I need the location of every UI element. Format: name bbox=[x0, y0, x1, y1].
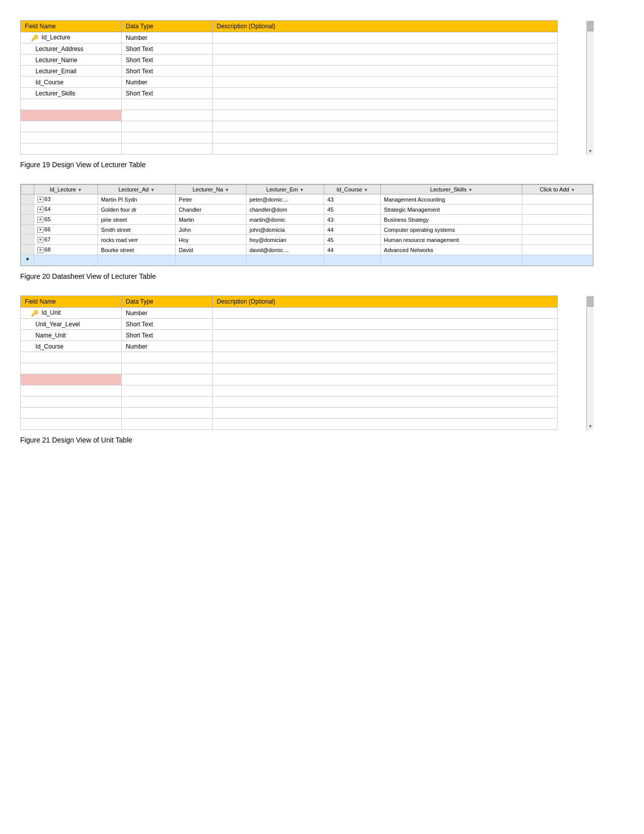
field-name-cell: Id_Course bbox=[21, 77, 122, 88]
data-type-cell: Number bbox=[122, 308, 213, 319]
expand-button[interactable]: + bbox=[37, 227, 43, 233]
empty-field[interactable] bbox=[21, 143, 122, 155]
col-id-lecture[interactable]: Id_Lecture ▼ bbox=[34, 185, 97, 194]
empty-field[interactable] bbox=[21, 385, 122, 397]
figure20-table-wrap: Id_Lecture ▼ Lecturer_Ad ▼ Lecturer_Na ▼… bbox=[20, 184, 593, 266]
empty-row bbox=[21, 143, 558, 155]
description-cell bbox=[213, 341, 558, 352]
expand-button[interactable]: + bbox=[37, 207, 43, 213]
empty-field[interactable] bbox=[21, 99, 122, 110]
col-lecturer-em[interactable]: Lecturer_Em ▼ bbox=[246, 185, 324, 194]
empty-field[interactable] bbox=[21, 374, 122, 385]
table-row: +66 Smith street John john@domicia 44 Co… bbox=[21, 225, 593, 235]
course-cell: 45 bbox=[324, 205, 381, 215]
empty-field[interactable] bbox=[21, 408, 122, 419]
empty-desc bbox=[213, 132, 558, 143]
description-cell bbox=[213, 330, 558, 341]
scrollbar-fig21[interactable]: ▼ bbox=[586, 296, 593, 430]
new-add-cell bbox=[522, 255, 593, 266]
col-click-to-add[interactable]: Click to Add ▼ bbox=[522, 185, 593, 194]
field-name-text: Id_Lecture bbox=[41, 34, 70, 41]
empty-row bbox=[21, 397, 558, 408]
expand-button[interactable]: + bbox=[37, 247, 43, 253]
empty-field[interactable] bbox=[21, 132, 122, 143]
course-cell: 44 bbox=[324, 225, 381, 235]
new-id-cell[interactable] bbox=[34, 255, 97, 266]
skills-cell: Business Strategy bbox=[381, 215, 522, 225]
field-name-text: Id_Course bbox=[35, 79, 63, 86]
col-lecturer-skills[interactable]: Lecturer_Skills ▼ bbox=[381, 185, 522, 194]
new-skills-cell bbox=[381, 255, 522, 266]
col-data-type: Data Type bbox=[122, 21, 213, 32]
id-lecture-cell: +66 bbox=[34, 225, 97, 235]
email-cell: peter@domic… bbox=[246, 194, 324, 205]
expand-button[interactable]: + bbox=[37, 197, 43, 203]
scroll-down-arrow: ▼ bbox=[588, 149, 592, 154]
empty-type bbox=[122, 374, 213, 385]
field-name-cell: 🔑 Id_Lecture bbox=[21, 32, 122, 43]
figure20-section: Id_Lecture ▼ Lecturer_Ad ▼ Lecturer_Na ▼… bbox=[20, 184, 624, 280]
scrollbar-thumb-fig21[interactable] bbox=[587, 297, 593, 307]
description-cell bbox=[213, 55, 558, 66]
table-row: Lecturer_Email Short Text bbox=[21, 66, 558, 77]
row-selector bbox=[21, 215, 34, 225]
description-cell bbox=[213, 88, 558, 99]
expand-button[interactable]: + bbox=[37, 237, 43, 243]
row-selector bbox=[21, 205, 34, 215]
col-lecturer-na[interactable]: Lecturer_Na ▼ bbox=[175, 185, 246, 194]
row-selector bbox=[21, 235, 34, 245]
field-name-cell: Id_Course bbox=[21, 341, 122, 352]
table-row: +63 Martin Pl Sydn Peter peter@domic… 43… bbox=[21, 194, 593, 205]
field-name-cell: Unit_Year_Level bbox=[21, 319, 122, 330]
new-record-row: * bbox=[21, 255, 593, 266]
empty-row bbox=[21, 374, 558, 385]
table-row: 🔑 Id_Unit Number bbox=[21, 308, 558, 319]
empty-desc bbox=[213, 397, 558, 408]
addr-cell: Martin Pl Sydn bbox=[97, 194, 175, 205]
scrollbar-fig19[interactable]: ▼ bbox=[586, 20, 593, 155]
description-cell bbox=[213, 32, 558, 43]
empty-add-cell bbox=[522, 205, 593, 215]
empty-desc bbox=[213, 374, 558, 385]
empty-desc bbox=[213, 408, 558, 419]
dropdown-arrow-skills: ▼ bbox=[468, 187, 473, 192]
field-name-text: Id_Course bbox=[35, 343, 63, 350]
name-cell: Martin bbox=[175, 215, 246, 225]
empty-field[interactable] bbox=[21, 419, 122, 430]
addr-cell: Golden four dr bbox=[97, 205, 175, 215]
table-row: +67 rocks road verr Hoy hoy@domician 45 … bbox=[21, 235, 593, 245]
col-field-name: Field Name bbox=[21, 21, 122, 32]
table-row: Id_Course Number bbox=[21, 77, 558, 88]
empty-add-cell bbox=[522, 194, 593, 205]
skills-cell: Computer operating systems bbox=[381, 225, 522, 235]
empty-field[interactable] bbox=[21, 363, 122, 374]
star-cell: * bbox=[21, 255, 34, 266]
empty-field[interactable] bbox=[21, 397, 122, 408]
empty-row bbox=[21, 99, 558, 110]
empty-type bbox=[122, 363, 213, 374]
empty-desc bbox=[213, 352, 558, 363]
empty-field[interactable] bbox=[21, 121, 122, 132]
empty-row bbox=[21, 110, 558, 121]
empty-type bbox=[122, 352, 213, 363]
row-selector bbox=[21, 245, 34, 255]
empty-add-cell bbox=[522, 215, 593, 225]
col-lecturer-ad[interactable]: Lecturer_Ad ▼ bbox=[97, 185, 175, 194]
id-lecture-cell: +64 bbox=[34, 205, 97, 215]
expand-button[interactable]: + bbox=[37, 217, 43, 223]
field-name-text: Unit_Year_Level bbox=[35, 321, 80, 328]
col-id-course[interactable]: Id_Course ▼ bbox=[324, 185, 381, 194]
table-row: 🔑 Id_Lecture Number bbox=[21, 32, 558, 43]
table-row: Lecturer_Skills Short Text bbox=[21, 88, 558, 99]
figure21-caption: Figure 21 Design View of Unit Table bbox=[20, 436, 624, 444]
empty-type bbox=[122, 121, 213, 132]
empty-row bbox=[21, 352, 558, 363]
empty-field[interactable] bbox=[21, 352, 122, 363]
empty-add-cell bbox=[522, 235, 593, 245]
empty-field[interactable] bbox=[21, 110, 122, 121]
table-row: +65 pirie street Martin martin@domic 43 … bbox=[21, 215, 593, 225]
page-wrapper: Field Name Data Type Description (Option… bbox=[20, 15, 624, 464]
empty-row bbox=[21, 132, 558, 143]
scrollbar-thumb-fig19[interactable] bbox=[587, 21, 593, 31]
field-name-text: Id_Unit bbox=[41, 309, 61, 316]
